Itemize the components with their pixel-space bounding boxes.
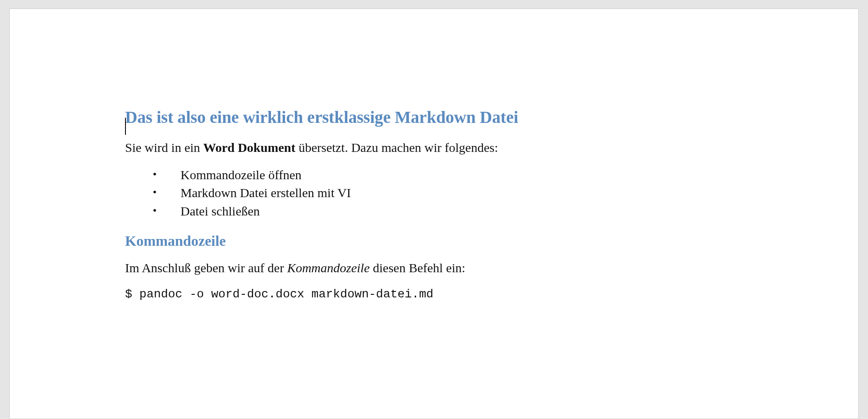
text-run: Im Anschluß geben wir auf der — [125, 261, 287, 275]
heading-2[interactable]: Kommandozeile — [125, 233, 743, 249]
text-run: Sie wird in ein — [125, 140, 203, 154]
list-item[interactable]: Markdown Datei erstellen mit VI — [125, 184, 743, 202]
list-item[interactable]: Datei schließen — [125, 202, 743, 221]
text-run-italic: Kommandozeile — [287, 261, 370, 275]
heading-1[interactable]: Das ist also eine wirklich erstklassige … — [125, 107, 743, 127]
paragraph-command[interactable]: Im Anschluß geben wir auf der Kommandoze… — [125, 259, 743, 277]
code-line[interactable]: $ pandoc -o word-doc.docx markdown-datei… — [125, 286, 743, 303]
text-run-bold: Word Dokument — [203, 140, 295, 154]
document-page[interactable]: Das ist also eine wirklich erstklassige … — [9, 9, 859, 419]
text-run: diesen Befehl ein: — [370, 261, 465, 275]
list-item[interactable]: Kommandozeile öffnen — [125, 166, 743, 184]
paragraph-intro[interactable]: Sie wird in ein Word Dokument übersetzt.… — [125, 139, 743, 157]
bullet-list[interactable]: Kommandozeile öffnen Markdown Datei erst… — [125, 166, 743, 221]
text-cursor — [125, 118, 126, 135]
text-run: übersetzt. Dazu machen wir folgendes: — [295, 140, 498, 154]
